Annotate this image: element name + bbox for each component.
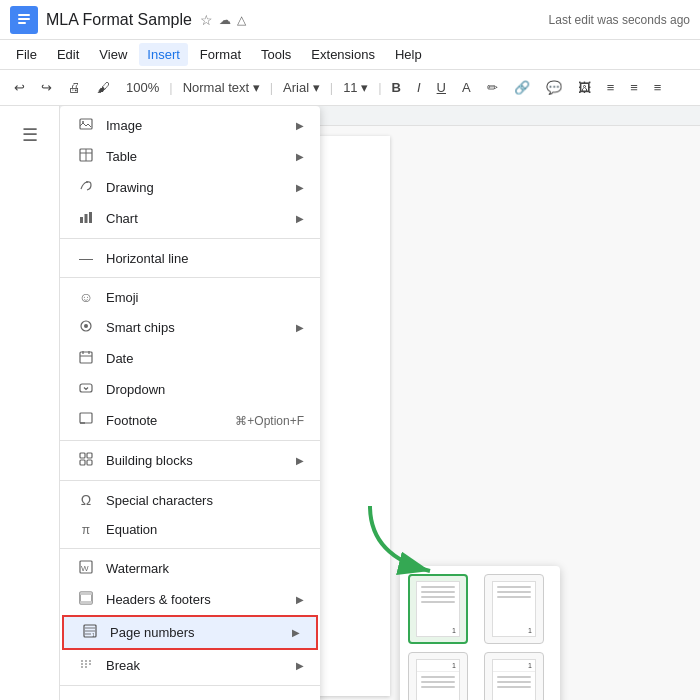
menu-row-dropdown[interactable]: Dropdown (60, 374, 320, 405)
sidebar-outline-icon[interactable]: ☰ (22, 124, 38, 146)
font-btn[interactable]: Arial ▾ (277, 76, 326, 99)
zoom-btn[interactable]: 100% (120, 76, 165, 99)
menu-row-date[interactable]: Date (60, 343, 320, 374)
line-5 (497, 586, 531, 588)
page-thumb-2: 1 (492, 581, 536, 637)
line-11 (497, 676, 531, 678)
menu-row-page-numbers[interactable]: 1 Page numbers ▶ (62, 615, 318, 650)
page-thumb-3: 1 (416, 659, 460, 700)
special-chars-icon: Ω (76, 492, 96, 508)
svg-rect-12 (89, 212, 92, 223)
menu-row-drawing[interactable]: Drawing ▶ (60, 172, 320, 203)
svg-rect-30 (80, 601, 92, 604)
divider-1 (60, 238, 320, 239)
building-blocks-arrow: ▶ (296, 455, 304, 466)
menu-row-chart[interactable]: Chart ▶ (60, 203, 320, 234)
special-chars-label: Special characters (106, 493, 304, 508)
line-6 (497, 591, 531, 593)
menu-extensions[interactable]: Extensions (303, 43, 383, 66)
color-btn[interactable]: A (456, 76, 477, 99)
footnote-shortcut: ⌘+Option+F (235, 414, 304, 428)
menu-row-equation[interactable]: π Equation (60, 515, 320, 544)
page-thumb-lines-3 (417, 672, 459, 700)
highlight-btn[interactable]: ✏ (481, 76, 504, 99)
menu-format[interactable]: Format (192, 43, 249, 66)
menu-row-emoji[interactable]: ☺ Emoji (60, 282, 320, 312)
divider-2 (60, 277, 320, 278)
menu-row-break[interactable]: Break ▶ (60, 650, 320, 681)
divider-6 (60, 685, 320, 686)
menu-row-footnote[interactable]: Footnote ⌘+Option+F (60, 405, 320, 436)
fontsize-btn[interactable]: 11 ▾ (337, 76, 374, 99)
svg-rect-24 (80, 460, 85, 465)
menu-help[interactable]: Help (387, 43, 430, 66)
menu-row-smartchips[interactable]: Smart chips ▶ (60, 312, 320, 343)
line-4 (421, 601, 455, 603)
menu-row-special-chars[interactable]: Ω Special characters (60, 485, 320, 515)
hline-label: Horizontal line (106, 251, 304, 266)
paint-format-btn[interactable]: 🖌 (91, 76, 116, 99)
menu-row-image[interactable]: Image ▶ (60, 110, 320, 141)
toolbar: ↩ ↪ 🖨 🖌 100% | Normal text ▾ | Arial ▾ |… (0, 70, 700, 106)
line-3 (421, 596, 455, 598)
menu-row-building-blocks[interactable]: Building blocks ▶ (60, 445, 320, 476)
menu-row-link[interactable]: Link ⌘K (60, 690, 320, 700)
link-btn[interactable]: 🔗 (508, 76, 536, 99)
drive-icon: △ (237, 13, 246, 27)
style-btn[interactable]: Normal text ▾ (177, 76, 266, 99)
svg-rect-22 (80, 453, 85, 458)
footnote-icon (76, 412, 96, 429)
redo-btn[interactable]: ↪ (35, 76, 58, 99)
menu-edit[interactable]: Edit (49, 43, 87, 66)
svg-rect-20 (80, 413, 92, 423)
menu-row-watermark[interactable]: W Watermark (60, 553, 320, 584)
star-icon[interactable]: ☆ (200, 12, 213, 28)
image-icon (76, 117, 96, 134)
doc-title: MLA Format Sample (46, 11, 192, 29)
align-left-btn[interactable]: ≡ (601, 76, 621, 99)
menu-row-headers-footers[interactable]: Headers & footers ▶ (60, 584, 320, 615)
line-2 (421, 591, 455, 593)
svg-rect-25 (87, 460, 92, 465)
edit-status: Last edit was seconds ago (549, 13, 690, 27)
divider-3 (60, 440, 320, 441)
align-center-btn[interactable]: ≡ (624, 76, 644, 99)
image-toolbar-btn[interactable]: 🖼 (572, 76, 597, 99)
menu-row-hline[interactable]: — Horizontal line (60, 243, 320, 273)
smartchips-icon (76, 319, 96, 336)
smartchips-arrow: ▶ (296, 322, 304, 333)
drawing-label: Drawing (106, 180, 288, 195)
smartchips-label: Smart chips (106, 320, 288, 335)
menu-file[interactable]: File (8, 43, 45, 66)
page-option-2[interactable]: 1 (484, 574, 544, 644)
menu-row-table[interactable]: Table ▶ (60, 141, 320, 172)
underline-btn[interactable]: U (431, 76, 452, 99)
menu-view[interactable]: View (91, 43, 135, 66)
undo-btn[interactable]: ↩ (8, 76, 31, 99)
watermark-label: Watermark (106, 561, 304, 576)
line-7 (497, 596, 531, 598)
page-option-3[interactable]: 1 (408, 652, 468, 700)
page-option-1[interactable]: 1 (408, 574, 468, 644)
italic-btn[interactable]: I (411, 76, 427, 99)
headers-footers-arrow: ▶ (296, 594, 304, 605)
break-label: Break (106, 658, 288, 673)
print-btn[interactable]: 🖨 (62, 76, 87, 99)
svg-point-9 (86, 181, 88, 183)
break-icon (76, 657, 96, 674)
bold-btn[interactable]: B (386, 76, 407, 99)
page-numbers-icon: 1 (80, 624, 100, 641)
image-arrow: ▶ (296, 120, 304, 131)
page-num-3-top: 1 (417, 660, 459, 672)
menu-tools[interactable]: Tools (253, 43, 299, 66)
main-area: ☰ Image ▶ Table ▶ (0, 106, 700, 700)
doc-area: Image ▶ Table ▶ Drawing ▶ (60, 106, 700, 700)
page-option-4[interactable]: 1 (484, 652, 544, 700)
equation-icon: π (76, 523, 96, 537)
headers-footers-label: Headers & footers (106, 592, 288, 607)
page-numbers-submenu: 1 1 1 (400, 566, 560, 700)
comment-btn[interactable]: 💬 (540, 76, 568, 99)
svg-text:W: W (81, 564, 89, 573)
menu-insert[interactable]: Insert (139, 43, 188, 66)
align-right-btn[interactable]: ≡ (648, 76, 668, 99)
